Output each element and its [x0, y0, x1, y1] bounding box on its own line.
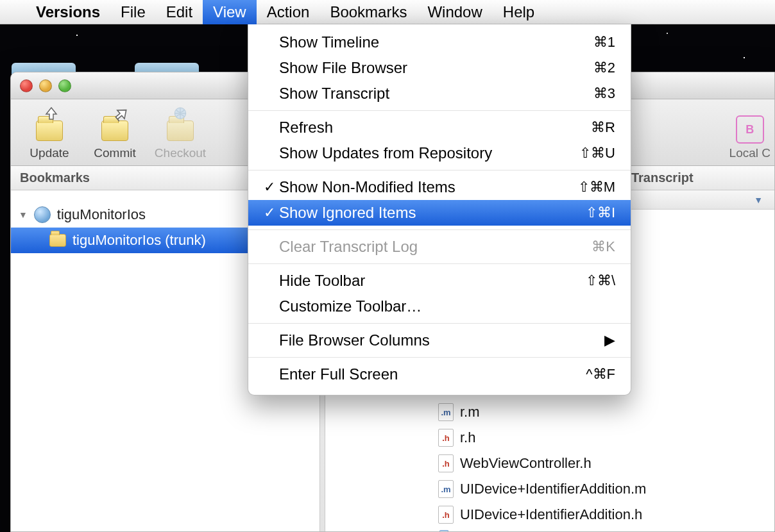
- bookmark-trunk-label: tiguMonitorIos (trunk): [72, 232, 206, 249]
- h-file-icon: .h: [438, 429, 454, 447]
- file-row[interactable]: .hr.h: [325, 425, 774, 451]
- menu-hide-toolbar[interactable]: Hide Toolbar⇧⌘\: [248, 268, 631, 294]
- menu-show-file-browser[interactable]: Show File Browser⌘2: [248, 55, 631, 81]
- commit-icon: [98, 109, 132, 144]
- menubar-help[interactable]: Help: [493, 0, 545, 24]
- file-row[interactable]: .mr.m: [325, 399, 774, 425]
- folder-icon: [49, 234, 66, 247]
- menu-show-transcript[interactable]: Show Transcript⌘3: [248, 81, 631, 106]
- menu-separator: [248, 229, 631, 230]
- local-changes-icon: B: [736, 115, 764, 144]
- menu-show-updates[interactable]: Show Updates from Repository⇧⌘U: [248, 140, 631, 166]
- menubar-bookmarks[interactable]: Bookmarks: [319, 0, 417, 24]
- file-name: UIDevice+IdentifierAddition.h: [460, 506, 642, 523]
- file-row[interactable]: ▶ShowMessageTests: [325, 528, 774, 531]
- menu-enter-full-screen[interactable]: Enter Full Screen^⌘F: [248, 362, 631, 387]
- menu-refresh[interactable]: Refresh⌘R: [248, 115, 631, 140]
- toolbar-local-label: Local C: [729, 146, 771, 160]
- menu-clear-transcript: Clear Transcript Log⌘K: [248, 234, 631, 260]
- menubar-window[interactable]: Window: [417, 0, 492, 24]
- menubar-edit[interactable]: Edit: [156, 0, 203, 24]
- checkmark-icon: ✓: [260, 204, 279, 221]
- checkout-icon: [163, 109, 198, 144]
- menu-separator: [248, 170, 631, 170]
- menu-show-timeline[interactable]: Show Timeline⌘1: [248, 29, 631, 55]
- menubar-action[interactable]: Action: [257, 0, 320, 24]
- toolbar-update-label: Update: [30, 146, 69, 160]
- desktop: Versions File Edit View Action Bookmarks…: [0, 0, 775, 532]
- disclosure-triangle-icon[interactable]: ▼: [19, 210, 28, 220]
- file-name: r.m: [460, 404, 480, 420]
- checkmark-icon: ✓: [260, 179, 279, 195]
- view-menu-dropdown: Show Timeline⌘1 Show File Browser⌘2 Show…: [248, 24, 631, 395]
- file-row[interactable]: .hWebViewController.h: [325, 451, 774, 476]
- m-file-icon: .m: [438, 480, 454, 498]
- file-row[interactable]: .mUIDevice+IdentifierAddition.m: [325, 476, 774, 502]
- menubar-app[interactable]: Versions: [26, 0, 110, 24]
- globe-icon: [34, 206, 51, 223]
- menu-separator: [248, 323, 631, 324]
- menu-separator: [248, 357, 631, 358]
- file-name: WebViewController.h: [460, 455, 592, 472]
- system-menubar: Versions File Edit View Action Bookmarks…: [0, 0, 775, 24]
- window-close-button[interactable]: [20, 79, 33, 92]
- window-minimize-button[interactable]: [39, 79, 52, 92]
- toolbar-update-button[interactable]: Update: [19, 109, 80, 160]
- submenu-arrow-icon: ▶: [604, 332, 615, 349]
- menu-file-browser-columns[interactable]: File Browser Columns▶: [248, 328, 631, 353]
- bookmark-repo-label: tiguMonitorIos: [57, 206, 146, 223]
- chevron-down-icon: ▼: [754, 195, 763, 205]
- menu-separator: [248, 263, 631, 264]
- toolbar-commit-label: Commit: [94, 146, 135, 160]
- h-file-icon: .h: [438, 454, 454, 472]
- file-row[interactable]: .hUIDevice+IdentifierAddition.h: [325, 502, 774, 528]
- file-name: UIDevice+IdentifierAddition.m: [460, 481, 646, 497]
- toolbar-checkout-button[interactable]: Checkout: [149, 109, 211, 160]
- menu-separator: [248, 110, 631, 111]
- window-zoom-button[interactable]: [58, 79, 71, 92]
- menu-show-non-modified[interactable]: ✓Show Non-Modified Items⇧⌘M: [248, 174, 631, 200]
- h-file-icon: .h: [438, 506, 454, 524]
- menubar-view[interactable]: View: [203, 0, 257, 24]
- toolbar-checkout-label: Checkout: [155, 146, 206, 160]
- update-icon: [32, 109, 67, 144]
- toolbar-commit-button[interactable]: Commit: [84, 109, 146, 160]
- menu-customize-toolbar[interactable]: Customize Toolbar…: [248, 294, 631, 319]
- menu-show-ignored[interactable]: ✓Show Ignored Items⇧⌘I: [248, 200, 631, 226]
- toolbar-local-button[interactable]: B Local C: [729, 115, 771, 160]
- file-name: r.h: [460, 429, 475, 446]
- m-file-icon: .m: [438, 403, 454, 421]
- menubar-file[interactable]: File: [110, 0, 156, 24]
